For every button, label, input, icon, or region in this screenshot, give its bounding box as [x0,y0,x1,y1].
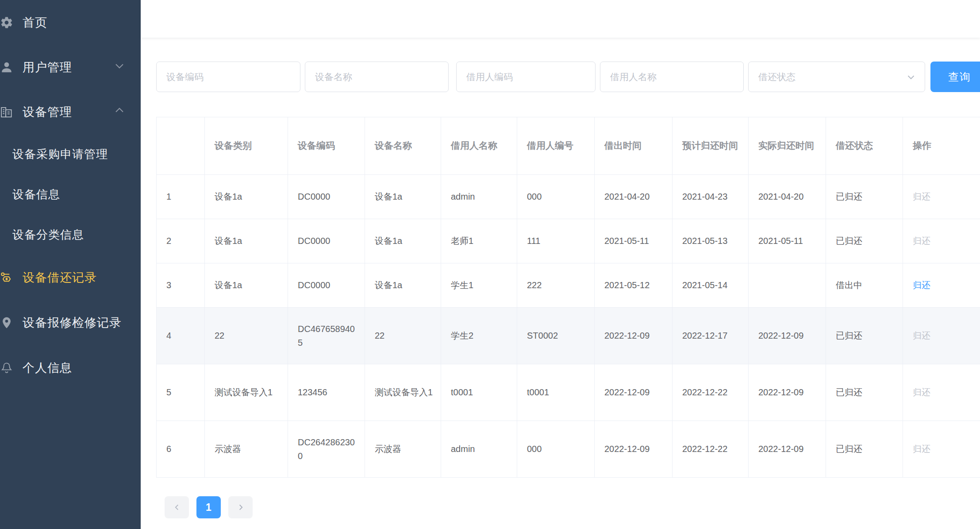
borrower-name-input[interactable] [600,62,744,92]
header-borrower-name: 借用人名称 [441,117,517,175]
return-action-link[interactable]: 归还 [913,236,930,246]
return-action-link[interactable]: 归还 [913,331,930,340]
table-cell: 2022-12-17 [673,308,749,364]
table-cell: admin [441,175,517,219]
sidebar-item-label: 用户管理 [23,59,72,75]
table-cell: 123456 [288,364,365,421]
page-1-button[interactable]: 1 [196,496,221,518]
sidebar-item-personal-info[interactable]: 个人信息 [0,345,141,390]
table-cell: 000 [517,421,595,478]
sidebar-item-purchase-request-management[interactable]: 设备采购申请管理 [0,134,141,174]
table-row: 422DC467658940522学生2ST00022022-12-092022… [157,308,980,364]
sidebar-item-label: 设备借还记录 [23,270,97,286]
sidebar-item-home[interactable]: 首页 [0,0,141,45]
sidebar-item-device-info[interactable]: 设备信息 [0,174,141,215]
table-cell: 2021-05-14 [673,263,749,308]
search-button[interactable]: 查询 [930,62,980,92]
pagination: 1 [165,496,980,518]
chevron-right-icon [236,502,246,512]
table-cell: 设备1a [205,219,288,263]
borrow-records-table: 设备类别 设备编码 设备名称 借用人名称 借用人编号 借出时间 预计归还时间 实… [156,117,980,478]
action-cell: 归还 [903,219,980,263]
borrow-return-icon [0,270,13,285]
table-cell: 借出中 [826,263,903,308]
table-cell: 6 [157,421,205,478]
table-cell: 2022-12-09 [595,308,673,364]
app-window: 首页 用户管理 设备管理 设备采购申请管理 设备信息 [0,0,980,529]
building-icon [0,104,13,120]
chevron-up-icon [112,103,127,120]
table-cell [749,263,826,308]
sidebar-item-borrow-return-records[interactable]: 设备借还记录 [0,255,141,300]
table-cell: DC0000 [288,175,365,219]
device-code-input[interactable] [156,62,300,92]
table-cell: 4 [157,308,205,364]
table-cell: 2021-04-20 [749,175,826,219]
sidebar-item-label: 设备管理 [23,104,72,120]
action-cell: 归还 [903,175,980,219]
action-cell: 归还 [903,308,980,364]
header-expected-return-date: 预计归还时间 [673,117,749,175]
sidebar-item-label: 设备采购申请管理 [12,147,108,162]
table-cell: 设备1a [365,175,441,219]
status-select-placeholder: 借还状态 [758,71,796,83]
table-cell: 2021-05-12 [595,263,673,308]
table-cell: 2021-04-23 [673,175,749,219]
sidebar-item-label: 首页 [23,15,47,31]
return-action-link[interactable]: 归还 [913,444,930,454]
sidebar: 首页 用户管理 设备管理 设备采购申请管理 设备信息 [0,0,141,529]
table-cell: 222 [517,263,595,308]
return-action-link[interactable]: 归还 [913,387,930,397]
sidebar-item-user-management[interactable]: 用户管理 [0,45,141,89]
table-cell: DC0000 [288,219,365,263]
table-cell: 2022-12-22 [673,421,749,478]
table-cell: 2021-04-20 [595,175,673,219]
table-cell: 测试设备导入1 [205,364,288,421]
chevron-down-icon [112,58,127,76]
table-cell: 5 [157,364,205,421]
borrower-code-input[interactable] [456,62,596,92]
table-cell: t0001 [517,364,595,421]
status-select[interactable]: 借还状态 [748,62,925,92]
sidebar-item-device-category-info[interactable]: 设备分类信息 [0,215,141,255]
header-device-category: 设备类别 [205,117,288,175]
next-page-button[interactable] [228,496,253,518]
header-status: 借还状态 [826,117,903,175]
return-action-link[interactable]: 归还 [913,192,930,201]
location-pin-icon [0,315,13,330]
header-index [157,117,205,175]
return-action-link[interactable]: 归还 [913,280,930,290]
table-cell: 2022-12-09 [749,421,826,478]
main-area: 借还状态 查询 设备类别 设备编码 设备名称 借用人名称 [141,0,980,529]
table-cell: 示波器 [205,421,288,478]
sidebar-item-device-management[interactable]: 设备管理 [0,89,141,134]
table-cell: ST0002 [517,308,595,364]
header-device-name: 设备名称 [365,117,441,175]
table-cell: 111 [517,219,595,263]
device-name-input[interactable] [305,62,449,92]
table-cell: 学生1 [441,263,517,308]
sidebar-item-repair-inspection-records[interactable]: 设备报修检修记录 [0,300,141,345]
sidebar-item-label: 设备信息 [12,187,60,202]
table-cell: t0001 [441,364,517,421]
filter-bar: 借还状态 查询 [156,62,980,92]
sidebar-item-label: 个人信息 [23,360,72,376]
chevron-left-icon [172,502,182,512]
table-row: 1设备1aDC0000设备1aadmin0002021-04-202021-04… [157,175,980,219]
table-cell: 22 [205,308,288,364]
header-actions: 操作 [903,117,980,175]
sidebar-item-label: 设备报修检修记录 [23,315,122,331]
table-cell: 2022-12-09 [595,421,673,478]
table-row: 3设备1aDC0000设备1a学生12222021-05-122021-05-1… [157,263,980,308]
prev-page-button[interactable] [165,496,189,518]
table-cell: 示波器 [365,421,441,478]
bell-icon [0,360,13,375]
table-cell: DC0000 [288,263,365,308]
header-borrow-date: 借出时间 [595,117,673,175]
table-cell: 2021-05-13 [673,219,749,263]
table-cell: 设备1a [365,219,441,263]
table-cell: 已归还 [826,219,903,263]
table-cell: 设备1a [365,263,441,308]
chevron-down-icon [905,71,917,83]
table-cell: 2022-12-09 [595,364,673,421]
